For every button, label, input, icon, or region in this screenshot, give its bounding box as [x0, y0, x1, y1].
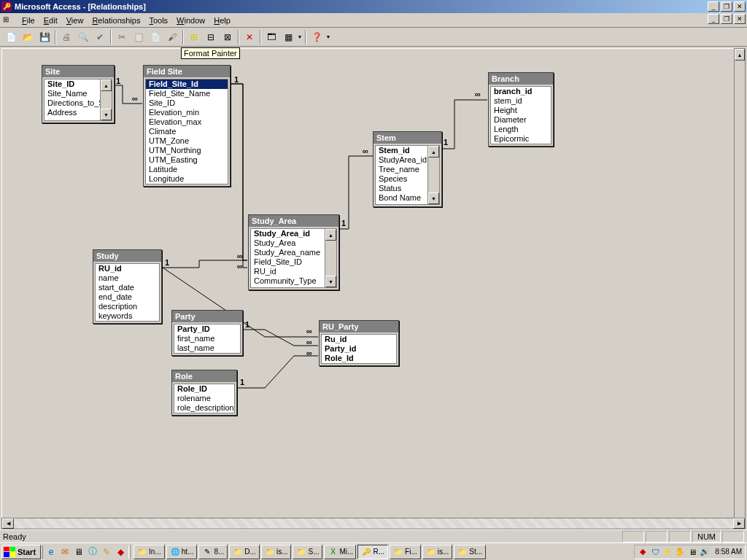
preview-button[interactable]: 🔍 [75, 29, 91, 45]
field[interactable]: Elevation_min [146, 108, 228, 117]
field[interactable]: RU_id [251, 267, 325, 276]
tray-icon[interactable]: ⚡ [662, 547, 673, 557]
mdi-close-button[interactable]: ✕ [734, 14, 746, 24]
spell-button[interactable]: ✔ [92, 29, 108, 45]
field[interactable]: Diameter [491, 115, 551, 125]
cut-button[interactable]: ✂ [114, 29, 130, 45]
copy-button[interactable]: 📋 [131, 29, 147, 45]
show-all-button[interactable]: ⊠ [220, 29, 236, 45]
field[interactable]: UTM_Northing [146, 146, 228, 155]
task-button[interactable]: 📁is... [422, 545, 453, 559]
field[interactable]: keywords [96, 311, 159, 321]
menu-view[interactable]: View [62, 15, 88, 26]
field[interactable]: Species [376, 174, 427, 184]
format-painter-button[interactable]: 🖌 [164, 29, 180, 45]
menu-edit[interactable]: Edit [39, 15, 62, 26]
new-button[interactable]: 📄 [3, 29, 19, 45]
scroll-right-button[interactable]: ▶ [733, 518, 745, 529]
field[interactable]: Tree_name [376, 165, 427, 174]
table-ruparty[interactable]: RU_Party Ru_id Party_id Role_Id [319, 320, 399, 366]
scroll-up[interactable]: ▲ [325, 229, 336, 241]
field[interactable]: Site_Name [44, 89, 100, 98]
menu-tools[interactable]: Tools [144, 15, 172, 26]
table-study[interactable]: Study RU_id name start_date end_date des… [93, 249, 162, 324]
field[interactable]: Role_ID [174, 384, 234, 394]
open-button[interactable]: 📂 [20, 29, 36, 45]
table-title[interactable]: Party [172, 311, 242, 322]
clear-layout-button[interactable]: ✕ [241, 29, 258, 45]
new-object-dropdown[interactable]: ▼ [297, 34, 303, 39]
ie-icon[interactable]: e [44, 545, 58, 559]
task-button[interactable]: 📁is... [261, 545, 292, 559]
table-title[interactable]: Stem [374, 132, 441, 144]
help-dropdown[interactable]: ▼ [325, 34, 331, 39]
menu-window[interactable]: Window [172, 15, 209, 26]
table-title[interactable]: Site [42, 66, 114, 77]
task-button-active[interactable]: 🔑R... [357, 545, 388, 559]
task-button[interactable]: 📁Fi... [390, 545, 421, 559]
task-button[interactable]: 📁D... [229, 545, 260, 559]
field[interactable]: StudyArea_id [376, 155, 427, 165]
tray-icon[interactable]: ◆ [638, 547, 648, 557]
field[interactable]: Field_Site_ID [251, 257, 325, 267]
scroll-left-button[interactable]: ◀ [2, 518, 14, 529]
field[interactable]: first_name [174, 334, 240, 343]
show-table-button[interactable]: ⊞ [186, 29, 202, 45]
table-title[interactable]: Branch [489, 73, 553, 85]
clock[interactable]: 8:58 AM [712, 548, 742, 556]
show-direct-button[interactable]: ⊟ [203, 29, 219, 45]
desktop-icon[interactable]: 🖥 [72, 545, 85, 559]
field[interactable]: description [96, 302, 159, 311]
field[interactable]: Directions_to_Si [44, 98, 100, 108]
field[interactable]: end_date [96, 292, 159, 302]
tray-icon[interactable]: 🖥 [687, 547, 697, 557]
field[interactable]: Climate [146, 127, 228, 136]
paste-button[interactable]: 📄 [147, 29, 163, 45]
table-title[interactable]: Field Site [144, 66, 230, 77]
field[interactable]: Bond Name [376, 193, 427, 203]
field[interactable]: rolename [174, 394, 234, 403]
outlook-icon[interactable]: ✉ [58, 545, 71, 559]
table-studyarea[interactable]: Study_Area Study_Area_id Study_Area Stud… [248, 214, 339, 290]
scrollbar[interactable]: ▲ ▼ [325, 229, 336, 287]
table-fieldsite[interactable]: Field Site Field_Site_Id Field_Site_Name… [143, 65, 231, 187]
scroll-up-button[interactable]: ▲ [735, 49, 745, 61]
scroll-up[interactable]: ▲ [428, 146, 439, 158]
task-button[interactable]: XMi... [324, 545, 356, 559]
field[interactable]: Site_ID [44, 79, 100, 89]
table-stem[interactable]: Stem Stem_id StudyArea_id Tree_name Spec… [373, 131, 442, 207]
scroll-down[interactable]: ▼ [325, 276, 336, 287]
scroll-up[interactable]: ▲ [101, 79, 112, 91]
field[interactable]: Field_Site_Name [146, 89, 228, 98]
horizontal-scrollbar[interactable]: ◀ ▶ [1, 518, 746, 529]
scrollbar[interactable]: ▲ ▼ [100, 79, 112, 120]
field[interactable]: last_name [174, 343, 240, 353]
menu-relationships[interactable]: Relationships [88, 15, 144, 26]
field[interactable]: UTM_Zone [146, 136, 228, 146]
vertical-scrollbar[interactable]: ▲ ▼ [734, 48, 746, 535]
scrollbar[interactable]: ▲ ▼ [427, 146, 439, 204]
field[interactable]: UTM_Easting [146, 155, 228, 165]
task-button[interactable]: 📁In... [133, 545, 165, 559]
field[interactable]: Status [376, 184, 427, 193]
field[interactable]: Ru_id [322, 335, 396, 344]
save-button[interactable]: 💾 [36, 29, 53, 45]
scroll-down[interactable]: ▼ [101, 109, 112, 120]
table-title[interactable]: Study_Area [249, 215, 338, 227]
table-title[interactable]: Role [172, 370, 236, 382]
field[interactable]: Address [44, 108, 100, 117]
menu-help[interactable]: Help [209, 15, 235, 26]
field[interactable]: Longitude [146, 174, 228, 184]
maximize-button[interactable]: ❐ [721, 1, 732, 12]
close-button[interactable]: ✕ [734, 1, 746, 12]
field[interactable]: Party_ID [174, 324, 240, 334]
scroll-track[interactable] [14, 518, 733, 529]
field[interactable]: Stem_id [376, 146, 427, 155]
table-role[interactable]: Role Role_ID rolename role_description [171, 370, 237, 416]
tray-icon[interactable]: 🛡 [650, 547, 660, 557]
help-button[interactable]: ❓ [309, 29, 325, 45]
field[interactable]: Field_Site_Id [146, 79, 228, 89]
field[interactable]: name [96, 273, 159, 283]
start-button[interactable]: Start [1, 545, 41, 559]
app-icon[interactable]: ✎ [100, 545, 113, 559]
